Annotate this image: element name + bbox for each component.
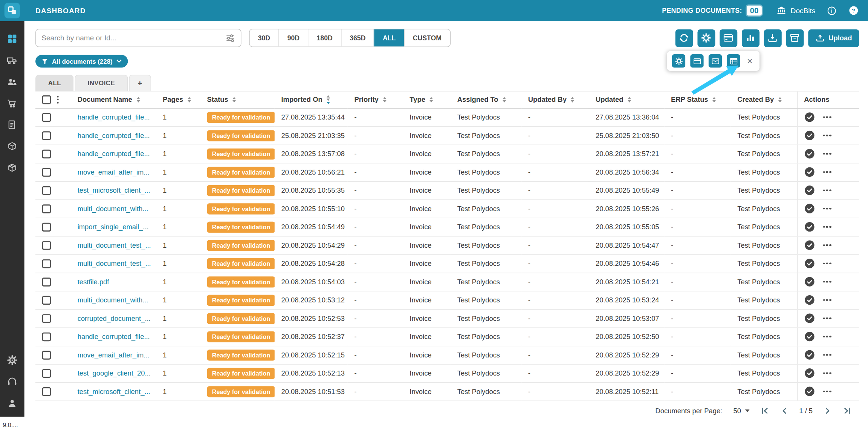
validated-check-badge-icon[interactable] bbox=[804, 112, 815, 123]
archive-box-button[interactable] bbox=[786, 29, 804, 47]
row-checkbox[interactable] bbox=[42, 131, 51, 140]
sort-type[interactable] bbox=[430, 97, 433, 103]
tab-all[interactable]: ALL bbox=[35, 75, 74, 91]
document-link[interactable]: import_single_email_... bbox=[78, 223, 149, 231]
shipping-truck-icon[interactable] bbox=[7, 55, 18, 66]
popup-table-icon[interactable] bbox=[727, 54, 740, 67]
row-checkbox[interactable] bbox=[42, 296, 51, 305]
sort-assigned-to[interactable] bbox=[503, 97, 506, 103]
range-all[interactable]: ALL bbox=[374, 29, 404, 47]
statistics-chart-button[interactable] bbox=[741, 29, 759, 47]
row-checkbox[interactable] bbox=[42, 369, 51, 378]
row-menu-button[interactable] bbox=[823, 388, 831, 395]
document-link[interactable]: multi_document_with... bbox=[78, 296, 148, 304]
validated-check-badge-icon[interactable] bbox=[804, 167, 815, 177]
validated-check-badge-icon[interactable] bbox=[804, 295, 815, 305]
sort-pages[interactable] bbox=[188, 97, 191, 103]
dashboard-grid-icon[interactable] bbox=[7, 33, 18, 44]
validated-check-badge-icon[interactable] bbox=[804, 222, 815, 232]
per-page-select[interactable]: 50 bbox=[734, 407, 749, 415]
validated-check-badge-icon[interactable] bbox=[804, 313, 815, 324]
document-link[interactable]: move_email_after_im... bbox=[78, 351, 150, 359]
refresh-sync-button[interactable] bbox=[675, 29, 693, 47]
upload-button[interactable]: Upload bbox=[808, 29, 859, 47]
row-menu-button[interactable] bbox=[823, 279, 831, 285]
row-checkbox[interactable] bbox=[42, 149, 51, 158]
row-menu-button[interactable] bbox=[823, 187, 831, 193]
validated-check-badge-icon[interactable] bbox=[804, 185, 815, 196]
row-checkbox[interactable] bbox=[42, 314, 51, 323]
validated-check-badge-icon[interactable] bbox=[804, 386, 815, 397]
header-kebab-menu-icon[interactable] bbox=[57, 96, 58, 104]
package-box-icon[interactable] bbox=[7, 141, 18, 152]
tab-add-button[interactable]: + bbox=[129, 75, 151, 91]
row-menu-button[interactable] bbox=[823, 315, 831, 322]
docbits-logo-icon[interactable] bbox=[5, 3, 20, 18]
organization-building-icon[interactable] bbox=[776, 5, 787, 16]
next-page-button[interactable] bbox=[823, 406, 832, 416]
popup-gear-icon[interactable] bbox=[672, 54, 685, 67]
download-documents-button[interactable] bbox=[764, 29, 781, 47]
sort-imported-on[interactable] bbox=[327, 95, 330, 104]
document-link[interactable]: multi_document_test_... bbox=[78, 259, 151, 267]
tab-invoice[interactable]: INVOICE bbox=[75, 75, 128, 91]
filter-sliders-icon[interactable] bbox=[225, 33, 235, 43]
sort-document-name[interactable] bbox=[136, 97, 140, 103]
sort-erp-status[interactable] bbox=[712, 97, 716, 103]
document-link[interactable]: multi_document_test_... bbox=[78, 241, 151, 249]
sort-created-by[interactable] bbox=[778, 97, 782, 103]
row-menu-button[interactable] bbox=[823, 297, 831, 303]
row-checkbox[interactable] bbox=[42, 167, 51, 176]
row-checkbox[interactable] bbox=[42, 332, 51, 341]
row-checkbox[interactable] bbox=[42, 222, 51, 232]
row-checkbox[interactable] bbox=[42, 350, 51, 359]
first-page-button[interactable] bbox=[760, 406, 770, 416]
support-headset-icon[interactable] bbox=[7, 376, 18, 387]
row-checkbox[interactable] bbox=[42, 241, 51, 250]
document-link[interactable]: test_microsoft_client_... bbox=[78, 388, 150, 396]
sort-priority[interactable] bbox=[383, 97, 386, 103]
row-menu-button[interactable] bbox=[823, 205, 831, 212]
validated-check-badge-icon[interactable] bbox=[804, 368, 815, 379]
validated-check-badge-icon[interactable] bbox=[804, 240, 815, 250]
info-icon[interactable] bbox=[827, 5, 837, 16]
range-30d[interactable]: 30D bbox=[250, 29, 278, 47]
validated-check-badge-icon[interactable] bbox=[804, 258, 815, 269]
document-link[interactable]: move_email_after_im... bbox=[78, 168, 150, 176]
row-menu-button[interactable] bbox=[823, 224, 831, 230]
document-link[interactable]: testfile.pdf bbox=[78, 278, 109, 286]
row-menu-button[interactable] bbox=[823, 169, 831, 175]
document-link[interactable]: handle_corrupted_file... bbox=[78, 150, 150, 158]
range-180d[interactable]: 180D bbox=[308, 29, 341, 47]
row-menu-button[interactable] bbox=[823, 132, 831, 139]
validated-check-badge-icon[interactable] bbox=[804, 203, 815, 214]
payment-card-button[interactable] bbox=[720, 29, 737, 47]
validated-check-badge-icon[interactable] bbox=[804, 149, 815, 159]
row-checkbox[interactable] bbox=[42, 387, 51, 396]
sort-status[interactable] bbox=[232, 97, 236, 103]
document-link[interactable]: handle_corrupted_file... bbox=[78, 333, 150, 340]
row-menu-button[interactable] bbox=[823, 114, 831, 120]
row-checkbox[interactable] bbox=[42, 204, 51, 213]
help-icon[interactable]: ? bbox=[848, 5, 859, 16]
document-link[interactable]: handle_corrupted_file... bbox=[78, 132, 150, 140]
popup-close-button[interactable]: ✕ bbox=[745, 57, 755, 65]
settings-gear-icon[interactable] bbox=[7, 354, 18, 365]
document-link[interactable]: multi_document_with... bbox=[78, 205, 148, 213]
row-menu-button[interactable] bbox=[823, 370, 831, 376]
sort-updated[interactable] bbox=[628, 97, 631, 103]
validated-check-badge-icon[interactable] bbox=[804, 276, 815, 287]
validated-check-badge-icon[interactable] bbox=[804, 350, 815, 360]
customers-people-icon[interactable] bbox=[7, 77, 18, 87]
row-checkbox[interactable] bbox=[42, 113, 51, 122]
orders-cart-icon[interactable] bbox=[7, 98, 18, 109]
document-link[interactable]: handle_corrupted_file... bbox=[78, 113, 150, 121]
sort-updated-by[interactable] bbox=[571, 97, 575, 103]
previous-page-button[interactable] bbox=[780, 406, 789, 416]
row-menu-button[interactable] bbox=[823, 260, 831, 267]
document-link[interactable]: test_google_client_20... bbox=[78, 369, 151, 377]
document-link[interactable]: corrupted_document_... bbox=[78, 314, 151, 322]
row-menu-button[interactable] bbox=[823, 242, 831, 248]
row-menu-button[interactable] bbox=[823, 333, 831, 340]
range-365d[interactable]: 365D bbox=[341, 29, 374, 47]
